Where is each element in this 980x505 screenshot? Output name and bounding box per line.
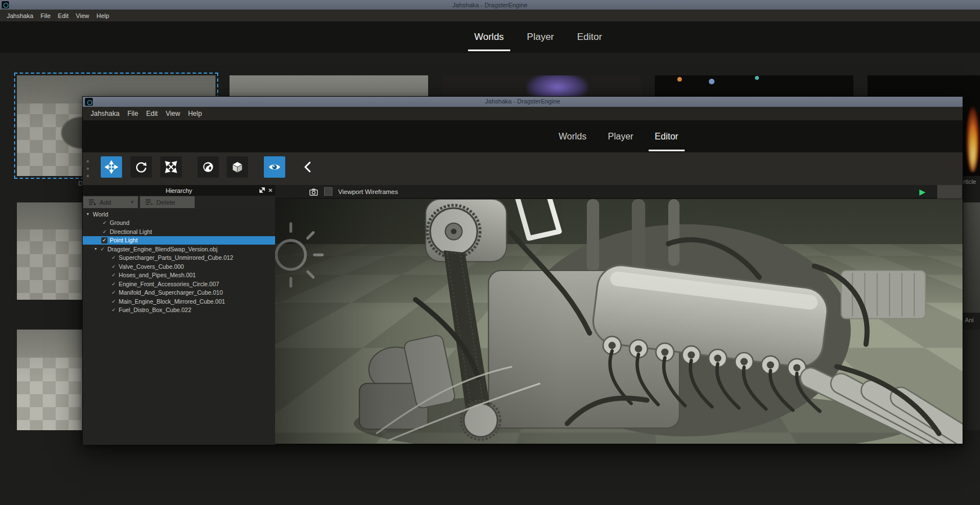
menu-item[interactable]: Help — [96, 12, 109, 19]
tree-item[interactable]: ▾ ✓ Hoses_and_Pipes_Mesh.001 — [83, 271, 275, 280]
rotate-tool-button[interactable] — [131, 156, 152, 178]
local-space-button[interactable] — [227, 156, 248, 178]
panel-close-icon[interactable]: ✕ — [268, 188, 273, 193]
menu-item[interactable]: File — [41, 12, 51, 19]
menu-item[interactable]: Edit — [58, 12, 69, 19]
caption-fragment-particles: rticle — [963, 178, 976, 185]
os-titlebar[interactable]: Jahshaka - DragsterEngine — [0, 0, 980, 10]
list-remove-icon — [146, 199, 153, 205]
world-space-button[interactable] — [197, 156, 219, 178]
os-window-title: Jahshaka - DragsterEngine — [0, 2, 980, 8]
editor-menubar: JahshakaFileEditViewHelp — [83, 107, 963, 120]
back-arrow-icon — [302, 160, 315, 174]
scene-left-shadow — [275, 199, 963, 444]
tree-item[interactable]: ▾ ✓ Valve_Covers_Cube.000 — [83, 262, 275, 271]
toolbar-grip-handle[interactable] — [86, 160, 89, 177]
cube-icon — [231, 160, 244, 174]
globe-icon — [201, 160, 215, 174]
tree-item[interactable]: ▾ ✓ Dragster_Engine_BlendSwap_Version.ob… — [83, 245, 275, 254]
editor-tab[interactable]: Editor — [655, 120, 678, 152]
main-tab[interactable]: Worlds — [474, 21, 504, 53]
viewport-wireframes-label: Viewport Wireframes — [338, 188, 398, 195]
list-add-icon — [89, 199, 96, 205]
visibility-check-icon[interactable]: ✓ — [110, 272, 117, 278]
panel-expand-icon[interactable] — [259, 187, 265, 194]
visibility-toggle-button[interactable] — [264, 156, 285, 178]
main-tab[interactable]: Editor — [577, 21, 602, 53]
rotate-arrow-icon — [134, 160, 148, 174]
planet-dot — [709, 79, 714, 84]
visibility-check-icon[interactable]: ✓ — [99, 246, 106, 252]
move-arrows-icon — [105, 160, 118, 174]
hierarchy-toolbar: Add ▼ Delete — [83, 196, 275, 209]
menu-item[interactable]: Edit — [146, 110, 158, 118]
main-tab[interactable]: Player — [527, 21, 554, 53]
editor-window: Jahshaka - DragsterEngine JahshakaFileEd… — [82, 96, 963, 444]
menu-item[interactable]: View — [165, 110, 180, 118]
scale-arrows-icon — [164, 160, 178, 174]
expander-arrow-icon[interactable]: ▾ — [84, 211, 91, 217]
tree-item[interactable]: ▾ ✓ Supercharger_Parts_Unmirrored_Cube.0… — [83, 254, 275, 263]
tree-item[interactable]: ▾ ✓ Fuel_Distro_Box_Cube.022 — [83, 306, 275, 315]
hierarchy-title: Hierarchy — [83, 187, 275, 194]
viewport-3d-scene[interactable] — [275, 199, 963, 444]
menu-item[interactable]: Jahshaka — [7, 12, 33, 19]
menu-item[interactable]: Jahshaka — [91, 110, 119, 118]
delete-button[interactable]: Delete — [140, 196, 195, 208]
visibility-check-icon[interactable]: ✓ — [110, 281, 117, 287]
viewport-header: Viewport Wireframes ▶ — [275, 185, 963, 199]
caption-fragment-animation: l Ani — [962, 317, 974, 323]
visibility-check-icon[interactable]: ✓ — [101, 228, 108, 235]
chevron-down-icon: ▼ — [130, 200, 134, 205]
visibility-check-icon[interactable]: ✓ — [110, 306, 117, 313]
planet-dot — [677, 77, 682, 82]
menu-item[interactable]: Help — [188, 110, 202, 118]
visibility-check-icon[interactable]: ✓ — [101, 219, 108, 226]
visibility-check-icon[interactable]: ✓ — [110, 263, 117, 270]
hierarchy-tree: ▾ ✓ World ▾ ✓ Ground ▾ ✓ Directional Lig… — [83, 209, 275, 445]
viewport-wireframes-checkbox[interactable] — [324, 187, 332, 196]
editor-window-title: Jahshaka - DragsterEngine — [83, 98, 963, 105]
editor-tab[interactable]: Worlds — [559, 120, 587, 152]
tree-item[interactable]: ▾ ✓ Directional Light — [83, 227, 275, 236]
editor-tab[interactable]: Player — [608, 120, 633, 152]
flame-particle-effect — [964, 93, 980, 172]
scale-tool-button[interactable] — [160, 156, 182, 178]
tree-item[interactable]: ▾ ✓ Main_Engine_Block_Mirrored_Cube.001 — [83, 297, 275, 306]
editor-tabbar: WorldsPlayerEditor — [83, 120, 963, 152]
visibility-check-icon[interactable]: ✓ — [110, 289, 117, 296]
viewport-header-spacer — [937, 185, 962, 199]
expander-arrow-icon[interactable]: ▾ — [92, 246, 99, 251]
planet-dot — [755, 76, 759, 80]
editor-toolbar — [83, 152, 963, 185]
play-button[interactable]: ▶ — [919, 187, 925, 197]
visibility-check-icon[interactable]: ✓ — [110, 298, 117, 305]
add-button[interactable]: Add ▼ — [83, 196, 138, 208]
camera-icon[interactable] — [309, 188, 318, 198]
tree-item[interactable]: ▾ ✓ Manifold_And_Supercharger_Cube.010 — [83, 288, 275, 297]
hierarchy-panel: Hierarchy ✕ Add ▼ — [83, 185, 275, 445]
tree-item[interactable]: ▾ ✓ Ground — [83, 219, 275, 228]
tree-item[interactable]: ▾ ✓ Engine_Front_Accessories_Circle.007 — [83, 279, 275, 288]
pointer-tool-button[interactable] — [298, 156, 319, 178]
translate-tool-button[interactable] — [101, 156, 122, 178]
menu-item[interactable]: File — [127, 110, 138, 118]
editor-window-titlebar[interactable]: Jahshaka - DragsterEngine — [83, 97, 963, 107]
hierarchy-header[interactable]: Hierarchy ✕ — [83, 185, 275, 196]
eye-icon — [268, 160, 281, 174]
tree-item[interactable]: ▾ ✓ Point Light — [83, 236, 275, 245]
main-tabbar: WorldsPlayerEditor — [0, 21, 980, 53]
visibility-check-icon[interactable]: ✓ — [110, 254, 117, 261]
main-menubar: JahshakaFileEditViewHelp — [0, 10, 980, 21]
screen: { "os_window": { "title": "Jahshaka - Dr… — [0, 0, 980, 505]
menu-item[interactable]: View — [76, 12, 89, 19]
visibility-check-icon[interactable]: ✓ — [101, 237, 107, 244]
viewport-panel: Viewport Wireframes ▶ — [275, 185, 963, 444]
tree-item[interactable]: ▾ ✓ World — [83, 210, 275, 219]
